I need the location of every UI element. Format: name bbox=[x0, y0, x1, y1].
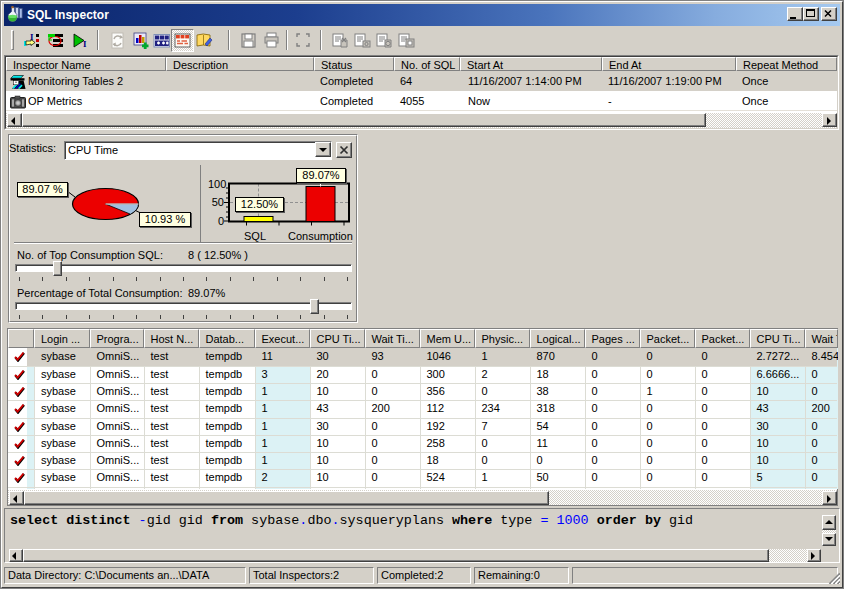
svg-text:I: I bbox=[83, 39, 87, 49]
